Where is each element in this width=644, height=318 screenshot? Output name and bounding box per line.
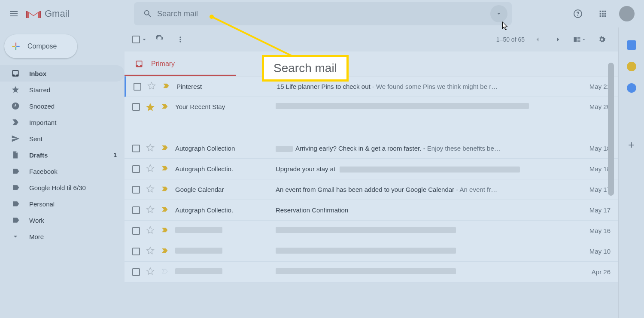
row-subject: [276, 227, 574, 234]
mail-row[interactable]: May 10: [125, 241, 618, 262]
mail-row[interactable]: Your Recent Stay May 20: [125, 97, 618, 138]
apps-button[interactable]: [594, 5, 611, 22]
star-button[interactable]: [146, 205, 155, 215]
star-button[interactable]: [146, 143, 155, 153]
support-button[interactable]: [569, 5, 586, 22]
mail-row[interactable]: Google Calendar An event from Gmail has …: [125, 179, 618, 200]
add-addon-button[interactable]: +: [628, 138, 635, 151]
row-sender: Google Calendar: [175, 186, 270, 193]
compose-label: Compose: [27, 42, 57, 50]
mail-row[interactable]: Pinterest 15 Life planner Pins to check …: [125, 76, 618, 97]
row-date: May 17: [580, 186, 611, 193]
scrollbar[interactable]: [608, 63, 614, 196]
importance-marker[interactable]: [162, 82, 170, 91]
row-checkbox[interactable]: [132, 206, 140, 214]
split-icon: [573, 35, 581, 44]
importance-marker[interactable]: [161, 227, 169, 235]
row-sender: Autograph Collectio.: [175, 165, 270, 173]
next-page-button[interactable]: [550, 32, 566, 47]
search-button[interactable]: [138, 9, 157, 18]
importance-marker[interactable]: [161, 144, 169, 152]
mail-row[interactable]: May 16: [125, 221, 618, 241]
row-checkbox[interactable]: [134, 83, 141, 91]
row-checkbox[interactable]: [132, 145, 140, 152]
importance-marker[interactable]: [161, 103, 169, 111]
importance-marker[interactable]: [161, 165, 169, 173]
nav-label: Google Hold til 6/30: [29, 184, 86, 191]
menu-icon: [9, 9, 19, 19]
inbox-icon: [135, 60, 143, 68]
mail-row[interactable]: Autograph Collectio. Reservation Confirm…: [125, 200, 618, 221]
chevron-right-icon: [554, 36, 562, 43]
search-bar[interactable]: [134, 2, 512, 25]
more-icon: [11, 232, 20, 241]
logo-text: Gmail: [45, 8, 69, 19]
star-button[interactable]: [147, 82, 156, 91]
main-menu-button[interactable]: [3, 3, 24, 24]
row-checkbox[interactable]: [132, 248, 140, 255]
sidebar-item-drafts[interactable]: Drafts1: [0, 147, 125, 163]
toolbar-right: 1–50 of 65: [496, 31, 611, 48]
nav-label: Drafts: [29, 151, 48, 159]
keep-addon[interactable]: [627, 62, 636, 71]
importance-marker[interactable]: [161, 268, 169, 276]
row-checkbox[interactable]: [132, 227, 140, 235]
sidebar-item-work[interactable]: Work: [0, 212, 125, 228]
help-icon: [573, 9, 583, 19]
sidebar-item-inbox[interactable]: Inbox: [0, 65, 125, 82]
mail-row[interactable]: Autograph Collection Arriving early? Che…: [125, 138, 618, 159]
mail-row[interactable]: Apr 26: [125, 262, 618, 282]
clock-icon: [11, 102, 20, 110]
star-button[interactable]: [146, 246, 155, 256]
compose-button[interactable]: Compose: [4, 34, 77, 58]
right-rail: +: [618, 27, 644, 318]
split-pane-button[interactable]: [571, 31, 588, 48]
nav-label: Sent: [29, 135, 43, 142]
search-input[interactable]: [157, 9, 490, 18]
search-icon: [143, 9, 152, 18]
logo-area[interactable]: Gmail: [26, 8, 120, 20]
star-button[interactable]: [146, 103, 155, 113]
tasks-addon[interactable]: [627, 83, 636, 93]
refresh-button[interactable]: [151, 31, 168, 48]
sidebar-item-facebook[interactable]: Facebook: [0, 163, 125, 179]
calendar-addon[interactable]: [627, 40, 636, 50]
star-button[interactable]: [146, 267, 155, 277]
select-all[interactable]: [132, 36, 148, 43]
tab-label: Primary: [151, 60, 175, 68]
sidebar-item-snoozed[interactable]: Snoozed: [0, 98, 125, 114]
row-checkbox[interactable]: [132, 165, 140, 173]
sidebar-item-starred[interactable]: Starred: [0, 82, 125, 98]
sidebar: Compose InboxStarredSnoozedImportantSent…: [0, 27, 125, 318]
nav-label: Work: [29, 217, 44, 224]
sidebar-item-sent[interactable]: Sent: [0, 130, 125, 147]
prev-page-button[interactable]: [530, 32, 545, 47]
label-icon: [11, 200, 20, 208]
importance-marker[interactable]: [161, 185, 169, 194]
star-button[interactable]: [146, 164, 155, 174]
importance-marker[interactable]: [161, 206, 169, 214]
sidebar-item-google-hold-til-6-30[interactable]: Google Hold til 6/30: [0, 179, 125, 196]
row-checkbox[interactable]: [132, 268, 140, 276]
row-checkbox[interactable]: [132, 103, 140, 111]
settings-button[interactable]: [593, 31, 611, 48]
row-checkbox[interactable]: [132, 186, 140, 194]
page-range: 1–50 of 65: [496, 36, 525, 43]
label-icon: [11, 167, 20, 176]
more-button[interactable]: [172, 31, 189, 48]
nav-badge: 1: [113, 151, 117, 158]
sidebar-item-more[interactable]: More: [0, 228, 125, 245]
apps-icon: [598, 9, 608, 18]
importance-marker[interactable]: [161, 247, 169, 255]
header-right: [569, 5, 641, 22]
search-options-button[interactable]: [490, 5, 507, 22]
row-date: May 17: [580, 206, 611, 214]
mail-row[interactable]: Autograph Collectio. Upgrade your stay a…: [125, 159, 618, 179]
annotation-dot: [210, 15, 214, 19]
row-subject: [276, 248, 574, 255]
sidebar-item-personal[interactable]: Personal: [0, 196, 125, 212]
star-button[interactable]: [146, 185, 155, 194]
account-avatar[interactable]: [619, 6, 635, 21]
star-button[interactable]: [146, 226, 155, 236]
sidebar-item-important[interactable]: Important: [0, 114, 125, 130]
